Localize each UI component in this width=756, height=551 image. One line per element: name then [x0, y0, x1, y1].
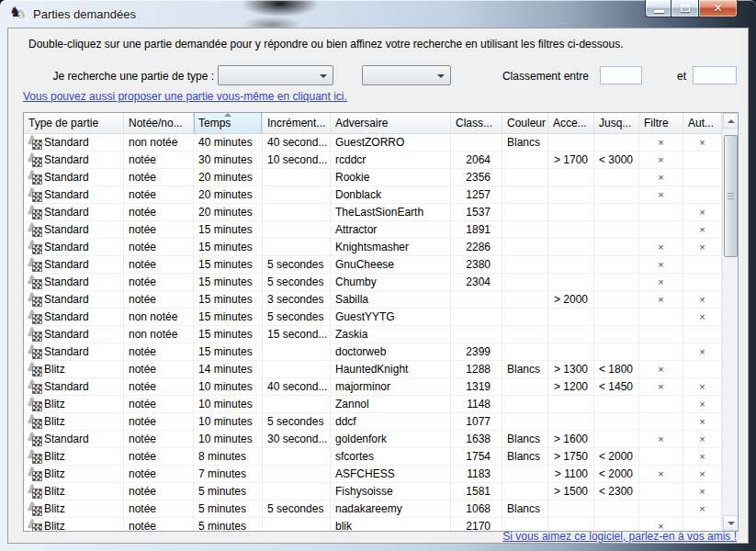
tell-friends-link[interactable]: Si vous aimez ce logiciel, parlez-en à v… [502, 530, 737, 543]
cell-color [502, 518, 548, 531]
cell-type: ♟Standard [24, 326, 124, 343]
game-variant-select[interactable] [362, 65, 451, 85]
cell-rating: 1077 [451, 413, 502, 430]
column-header-increment[interactable]: Incrément... [263, 113, 331, 133]
chessboard-pawn-icon: ♟ [27, 520, 41, 532]
cell-auto [683, 274, 722, 290]
table-row[interactable]: ♟Blitznotée14 minutesHauntedKnight1288Bl… [24, 361, 722, 378]
cell-accept-above [548, 221, 594, 238]
cell-type: ♟Standard [24, 152, 124, 168]
game-type-value: Standard [44, 169, 89, 186]
cell-adversary: Knightsmasher [331, 239, 451, 255]
table-row[interactable]: ♟Blitznotée5 minutesblik2170× [24, 518, 722, 531]
cell-rated: notée [124, 378, 194, 395]
cell-type: ♟Blitz [24, 361, 124, 377]
scrollbar-down-button[interactable] [723, 515, 739, 531]
rating-min-input[interactable] [600, 66, 642, 84]
table-row[interactable]: ♟Standardnotée15 minutesAttractor1891× [24, 221, 722, 239]
cell-increment [263, 169, 331, 186]
cell-accept-above [548, 186, 594, 203]
cell-adversary: doctorweb [331, 343, 451, 360]
cell-rated: notée [124, 466, 194, 482]
table-row[interactable]: ♟Standardnotée15 minutesKnightsmasher228… [24, 239, 722, 256]
table-row[interactable]: ♟Standardnotée15 minutes3 secondesSabill… [24, 291, 722, 309]
cell-color [502, 204, 548, 220]
cell-auto: × [683, 466, 722, 482]
vertical-scrollbar[interactable] [722, 113, 738, 531]
chessboard-pawn-icon: ♟ [27, 345, 41, 359]
cell-color [502, 466, 548, 482]
table-row[interactable]: ♟Blitznotée8 minutessfcortes1754Blancs> … [24, 448, 722, 466]
cell-adversary: Chumby [331, 274, 451, 290]
table-row[interactable]: ♟Standardnotée10 minutes30 second...gold… [24, 431, 722, 448]
cell-color [502, 291, 548, 308]
cell-increment: 5 secondes [263, 274, 331, 290]
table-row[interactable]: ♟Standardnotée20 minutesDonblack1257× [24, 186, 722, 204]
cell-filter: × [639, 466, 683, 482]
cell-accept-below [594, 518, 639, 531]
cell-auto: × [683, 378, 722, 395]
cell-time: 40 minutes [194, 134, 263, 151]
cell-color [502, 256, 548, 273]
game-type-value: Standard [44, 186, 89, 203]
cell-accept-above: > 1500 [548, 483, 594, 500]
propose-game-link[interactable]: Vous pouvez aussi proposer une partie vo… [23, 90, 347, 103]
column-header-accept-above[interactable]: Acce... [548, 113, 594, 133]
rating-max-input[interactable] [693, 66, 737, 84]
column-header-rated[interactable]: Notée/no... [124, 113, 194, 133]
cell-increment: 30 second... [263, 431, 331, 447]
table-row[interactable]: ♟Standardnotée20 minutesRookie2356× [24, 169, 722, 186]
table-row[interactable]: ♟Blitznotée5 minutes5 secondesnadakareem… [24, 500, 722, 518]
scroll-up-icon [728, 119, 735, 123]
table-row[interactable]: ♟Blitznotée10 minutes5 secondesddcf1077× [24, 413, 722, 431]
column-header-type[interactable]: Type de partie [24, 113, 124, 133]
cell-adversary: rcddcr [331, 152, 451, 168]
table-row[interactable]: ♟Standardnotée30 minutes10 second...rcdd… [24, 152, 722, 169]
table-row[interactable]: ♟Standardnon notée15 minutes5 secondesGu… [24, 309, 722, 326]
column-header-filter[interactable]: Filtre [639, 113, 683, 133]
column-header-rating[interactable]: Class... [451, 113, 502, 133]
table-row[interactable]: ♟Blitznotée10 minutesZannol1148× [24, 396, 722, 413]
cell-adversary: GuestZORRO [331, 134, 451, 151]
cell-increment: 5 secondes [263, 413, 331, 430]
scrollbar-up-button[interactable] [723, 113, 739, 129]
cell-type: ♟Blitz [24, 466, 124, 482]
cell-accept-below: < 1800 [594, 361, 639, 377]
close-button[interactable]: ✕ [698, 0, 738, 17]
table-row[interactable]: ♟Blitznotée7 minutesASFCHESS1183> 1100< … [24, 466, 722, 483]
maximize-button[interactable] [671, 0, 698, 17]
cell-accept-below [594, 291, 639, 308]
game-type-select[interactable] [218, 65, 333, 85]
chessboard-pawn-icon: ♟ [27, 433, 41, 446]
cell-accept-above [548, 309, 594, 325]
table-row[interactable]: ♟Blitznotée5 minutesFishysoisse1581> 150… [24, 483, 722, 500]
table-row[interactable]: ♟Standardnotée10 minutes40 second...majo… [24, 378, 722, 396]
cell-accept-below: < 2000 [594, 466, 639, 482]
column-header-accept-below[interactable]: Jusq... [594, 113, 639, 133]
column-header-adversary[interactable]: Adversaire [331, 113, 451, 133]
column-header-time[interactable]: Temps [194, 113, 263, 133]
cell-color [502, 274, 548, 290]
table-row[interactable]: ♟Standardnotée15 minutes5 secondesChumby… [24, 274, 722, 291]
column-header-color[interactable]: Couleur [502, 113, 548, 133]
cell-rated: notée [124, 169, 194, 186]
cell-accept-above [548, 326, 594, 343]
cell-color [502, 221, 548, 238]
table-row[interactable]: ♟Standardnotée15 minutes5 secondesGnuChe… [24, 256, 722, 274]
cell-time: 15 minutes [194, 221, 263, 238]
cell-accept-above: > 1700 [548, 152, 594, 168]
table-row[interactable]: ♟Standardnon notée40 minutes40 second...… [24, 134, 722, 152]
table-row[interactable]: ♟Standardnotée20 minutesTheLastSionEarth… [24, 204, 722, 221]
cell-increment [263, 204, 331, 220]
column-header-auto[interactable]: Aut... [683, 113, 722, 133]
cell-color: Blancs [502, 134, 548, 151]
table-row[interactable]: ♟Standardnotée15 minutesdoctorweb2399× [24, 343, 722, 361]
table-row[interactable]: ♟Standardnon notée15 minutes15 second...… [24, 326, 722, 343]
cell-time: 20 minutes [194, 204, 263, 220]
game-type-value: Blitz [44, 466, 65, 482]
cell-adversary: GnuCheese [331, 256, 451, 273]
cell-color [502, 239, 548, 255]
cell-type: ♟Blitz [24, 500, 124, 517]
scrollbar-thumb[interactable] [724, 135, 738, 257]
minimize-button[interactable] [645, 0, 671, 17]
